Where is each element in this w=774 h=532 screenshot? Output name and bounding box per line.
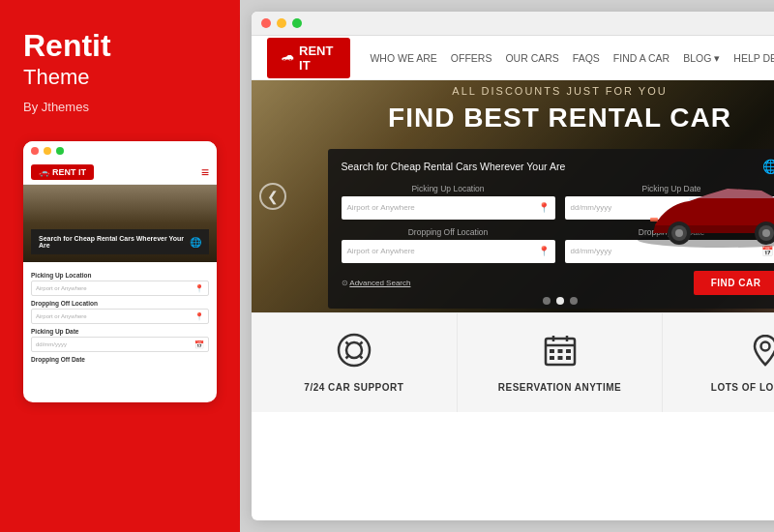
svg-line-14 [359, 342, 363, 346]
nav-offers[interactable]: OFFERS [451, 52, 492, 64]
browser-window: RENT IT WHO WE ARE OFFERS OUR CARS FAQS … [252, 12, 774, 520]
hero-section: ALL DISCOUNTS JUST FOR YOU FIND BEST REN… [252, 80, 774, 312]
svg-line-16 [359, 355, 363, 359]
hero-dot-3[interactable] [570, 297, 578, 305]
pickup-date-placeholder: dd/mm/yyyy [571, 203, 612, 212]
mobile-logo-text: RENT IT [52, 167, 86, 177]
mobile-hamburger-icon[interactable]: ≡ [201, 164, 209, 180]
mobile-preview: 🚗 RENT IT ≡ Search for Cheap Rental Cars… [23, 141, 217, 402]
mobile-pickup-icon: 📍 [194, 284, 204, 293]
nav-our-cars[interactable]: OUR CARS [505, 52, 558, 64]
svg-rect-22 [557, 349, 562, 353]
website-nav: RENT IT WHO WE ARE OFFERS OUR CARS FAQS … [252, 36, 774, 80]
svg-point-11 [339, 335, 370, 366]
svg-rect-25 [557, 356, 562, 360]
advanced-search-text[interactable]: Advanced Search [349, 279, 410, 287]
feature-locations: LOTS OF LOCATIONS [663, 313, 774, 412]
hero-arrow-left[interactable]: ❮ [259, 183, 286, 210]
nav-links: WHO WE ARE OFFERS OUR CARS FAQS FIND A C… [370, 52, 774, 64]
brand-title: Rentit [23, 29, 217, 63]
left-panel: Rentit Theme By Jthemes 🚗 RENT IT ≡ Sear… [0, 0, 240, 532]
hero-dots [543, 297, 578, 305]
hero-car-svg-icon [636, 177, 774, 254]
svg-point-2 [638, 232, 774, 248]
browser-dot-green [292, 18, 302, 28]
mobile-field-label-3: Dropping Off Date [31, 356, 209, 363]
mobile-pickdate-input[interactable]: dd/mm/yyyy 📅 [31, 337, 209, 352]
dropoff-location-label: Dropping Off Location [342, 227, 555, 237]
svg-rect-21 [550, 349, 554, 353]
hero-car-decoration [636, 177, 774, 254]
svg-line-15 [345, 355, 349, 359]
svg-rect-10 [650, 218, 658, 222]
advanced-search-link: ⊙ Advanced Search [342, 279, 411, 287]
pickup-location-group: Picking Up Location Airport or Anywhere … [342, 184, 555, 220]
pickup-location-icon: 📍 [538, 202, 550, 213]
dropoff-location-group: Dropping Off Location Airport or Anywher… [342, 227, 555, 263]
nav-help-desk[interactable]: HELP DESK [733, 52, 774, 64]
nav-who-we-are[interactable]: WHO WE ARE [370, 52, 436, 64]
search-form-footer: ⊙ Advanced Search FIND CAR [342, 271, 774, 295]
brand-subtitle: Theme [23, 65, 217, 90]
nav-blog[interactable]: BLOG ▾ [683, 52, 720, 64]
dropoff-location-input[interactable]: Airport or Anywhere 📍 [342, 240, 555, 263]
find-car-button[interactable]: FIND CAR [694, 271, 774, 295]
mobile-field-label-1: Dropping Off Location [31, 300, 209, 307]
feature-locations-label: LOTS OF LOCATIONS [711, 382, 774, 393]
browser-dot-yellow [277, 18, 286, 28]
mobile-search-title: Search for Cheap Rental Cars Wherever Yo… [39, 235, 190, 249]
mobile-field-label-2: Picking Up Date [31, 328, 209, 335]
feature-reservation-label: RESERVATION ANYTIME [498, 382, 621, 393]
search-form-globe-icon: 🌐 [762, 159, 774, 174]
mobile-dropoff-placeholder: Airport or Anywhere [36, 313, 87, 319]
hero-dot-1[interactable] [543, 297, 551, 305]
mobile-dropoff-icon: 📍 [194, 312, 204, 321]
lifebuoy-svg-icon [337, 333, 372, 368]
svg-rect-23 [566, 349, 571, 353]
mobile-dropoff-input[interactable]: Airport or Anywhere 📍 [31, 309, 209, 324]
car-support-icon [337, 333, 372, 374]
mobile-pickdate-icon: 📅 [194, 340, 204, 349]
svg-line-13 [345, 342, 349, 346]
svg-point-1 [289, 59, 291, 61]
svg-point-5 [675, 229, 683, 237]
location-pin-svg-icon [748, 333, 774, 368]
calendar-svg-icon [543, 333, 578, 368]
svg-rect-26 [566, 356, 571, 360]
reservation-icon [543, 333, 578, 374]
svg-rect-24 [550, 356, 554, 360]
mobile-pickdate-placeholder: dd/mm/yyyy [36, 341, 67, 347]
mobile-form: Picking Up Location Airport or Anywhere … [23, 262, 217, 370]
svg-point-0 [283, 59, 285, 61]
locations-icon [748, 333, 774, 374]
pickup-location-input[interactable]: Airport or Anywhere 📍 [342, 196, 555, 220]
hero-title: FIND BEST RENTAL CAR [271, 103, 774, 133]
svg-point-27 [761, 342, 770, 351]
browser-chrome [252, 12, 774, 36]
dropoff-date-placeholder: dd/mm/yyyy [571, 247, 612, 255]
browser-dot-red [261, 18, 271, 28]
svg-point-8 [762, 229, 770, 237]
dropoff-location-icon: 📍 [538, 246, 550, 256]
nav-logo-text: RENT IT [299, 44, 337, 73]
feature-reservation: RESERVATION ANYTIME [458, 313, 664, 412]
mobile-header: 🚗 RENT IT ≡ [23, 161, 217, 185]
pickup-location-label: Picking Up Location [342, 184, 555, 193]
feature-car-support-label: 7/24 CAR SUPPORT [304, 382, 403, 393]
features-section: 7/24 CAR SUPPORT [252, 312, 774, 412]
mobile-pickup-input[interactable]: Airport or Anywhere 📍 [31, 281, 209, 296]
pickup-location-placeholder: Airport or Anywhere [347, 203, 415, 212]
mobile-globe-icon: 🌐 [190, 237, 201, 248]
mobile-dot-yellow [44, 147, 51, 155]
nav-car-svg-icon [281, 53, 294, 63]
nav-find-a-car[interactable]: FIND A CAR [613, 52, 670, 64]
hero-dot-2[interactable] [556, 297, 564, 305]
mobile-field-label-0: Picking Up Location [31, 272, 209, 279]
search-form-title: Search for Cheap Rental Cars Wherever Yo… [342, 161, 566, 172]
search-form-header: Search for Cheap Rental Cars Wherever Yo… [342, 159, 774, 174]
feature-car-support: 7/24 CAR SUPPORT [252, 313, 458, 412]
nav-faqs[interactable]: FAQS [573, 52, 600, 64]
mobile-dot-green [56, 147, 64, 155]
dropoff-location-placeholder: Airport or Anywhere [347, 247, 415, 255]
mobile-dot-red [31, 147, 39, 155]
